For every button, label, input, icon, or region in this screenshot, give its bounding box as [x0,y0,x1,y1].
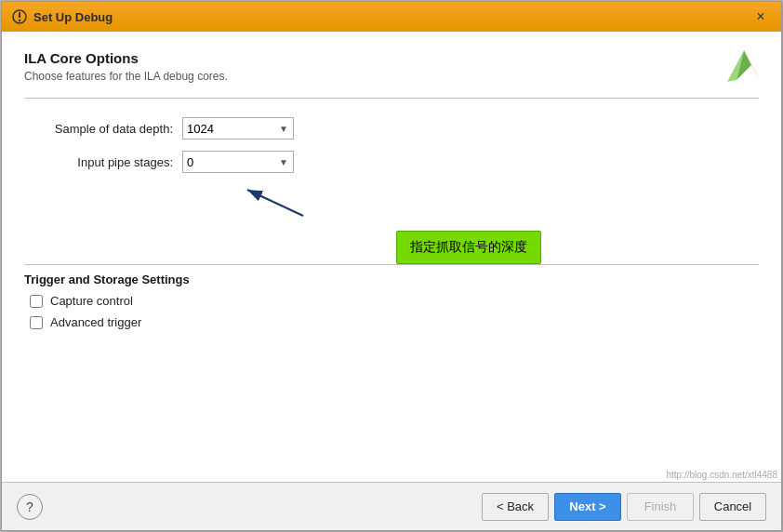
footer-area: ? < Back Next > Finish Cancel [2,482,781,530]
main-window: Set Up Debug × ILA Core Options Choose f… [1,1,782,531]
advanced-trigger-checkbox[interactable] [30,316,43,329]
next-button[interactable]: Next > [554,493,621,521]
debug-icon [11,8,28,25]
capture-control-row: Capture control [24,294,759,308]
sample-depth-label: Sample of data depth: [33,122,182,136]
help-button[interactable]: ? [17,494,43,520]
trigger-section: Trigger and Storage Settings Capture con… [24,264,759,337]
trigger-divider [24,264,759,265]
logo [725,47,763,84]
tooltip-area: 指定抓取信号的深度 [182,180,759,246]
pipe-stages-select-wrapper[interactable]: 0 1 2 3 [182,151,294,173]
back-button[interactable]: < Back [482,493,549,521]
pipe-stages-row: Input pipe stages: 0 1 2 3 [33,151,759,173]
page-subtitle: Choose features for the ILA debug cores. [24,70,759,83]
advanced-trigger-label[interactable]: Advanced trigger [50,315,141,329]
trigger-title: Trigger and Storage Settings [24,273,759,286]
advanced-trigger-row: Advanced trigger [24,315,759,329]
tooltip-arrow-svg [219,180,312,218]
cancel-button[interactable]: Cancel [699,493,766,521]
footer-buttons: < Back Next > Finish Cancel [482,493,766,521]
pipe-stages-label: Input pipe stages: [33,155,182,169]
sample-depth-row: Sample of data depth: 1024 2048 4096 819… [33,117,759,140]
sample-depth-select-wrapper[interactable]: 1024 2048 4096 8192 [182,117,294,140]
window-title: Set Up Debug [33,10,750,24]
footer-left: ? [17,494,482,520]
page-title: ILA Core Options [24,50,759,66]
watermark: http://blog.csdn.net/xtl4488 [662,468,781,482]
tooltip-box: 指定抓取信号的深度 [396,231,541,264]
capture-control-checkbox[interactable] [30,295,43,308]
capture-control-label[interactable]: Capture control [50,294,133,308]
form-area: Sample of data depth: 1024 2048 4096 819… [24,117,759,184]
pipe-stages-select[interactable]: 0 1 2 3 [182,151,294,173]
page-header: ILA Core Options Choose features for the… [24,50,759,83]
close-button[interactable]: × [750,6,772,28]
top-divider [24,98,759,99]
content-area: ILA Core Options Choose features for the… [2,32,781,482]
finish-button: Finish [627,493,694,521]
sample-depth-select[interactable]: 1024 2048 4096 8192 [182,117,294,140]
tooltip-text: 指定抓取信号的深度 [410,239,527,254]
title-bar: Set Up Debug × [2,2,781,32]
svg-point-2 [19,20,20,21]
